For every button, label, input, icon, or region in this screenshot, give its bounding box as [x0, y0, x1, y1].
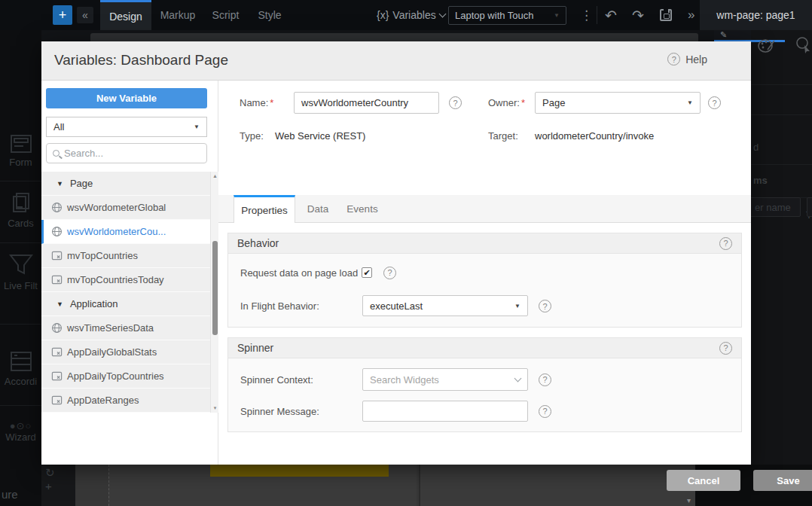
variable-row[interactable]: AppDailyTopCountries: [41, 364, 218, 389]
group-row-page[interactable]: ▼ Page: [41, 172, 218, 196]
search-input[interactable]: [64, 148, 185, 159]
spinner-context-select[interactable]: Search Widgets: [362, 368, 528, 391]
collapse-left-icon[interactable]: «: [77, 7, 93, 23]
variable-row[interactable]: wsvTimeSeriesData: [41, 316, 218, 340]
more-options-icon[interactable]: ⋮: [580, 0, 593, 30]
tab-markup[interactable]: Markup: [154, 0, 201, 30]
canvas-right-panel: [419, 465, 695, 506]
owner-label: Owner:*: [488, 97, 525, 108]
web-service-icon: [51, 202, 63, 213]
variable-label: wsvTimeSeriesData: [67, 322, 154, 334]
inflight-select[interactable]: executeLast ▼: [362, 295, 528, 316]
palette-item-label: Accordi: [5, 376, 37, 387]
tab-design[interactable]: Design: [100, 0, 151, 30]
device-preview-select[interactable]: Laptop with Touch ▼: [448, 6, 566, 25]
variable-name-input[interactable]: [294, 92, 439, 114]
help-label: Help: [685, 53, 707, 66]
select-arrow-icon: ▼: [554, 12, 560, 19]
list-scrollbar[interactable]: ▲ ▾: [210, 172, 218, 413]
behavior-title: Behavior: [237, 237, 279, 249]
refresh-add-icons[interactable]: ↻ +: [45, 466, 75, 492]
cancel-button[interactable]: Cancel: [667, 470, 740, 491]
add-icon[interactable]: +: [53, 5, 72, 25]
variable-search[interactable]: [46, 143, 207, 163]
variable-row[interactable]: AppDailyGlobalStats: [41, 340, 218, 364]
tab-script[interactable]: Script: [205, 0, 246, 30]
pencil-icon: ✎: [720, 30, 727, 39]
canvas-highlighted-widget: [210, 465, 389, 477]
accordion-icon: [9, 350, 33, 373]
name-help-icon[interactable]: ?: [449, 96, 462, 109]
request-data-checkbox[interactable]: ✔: [362, 267, 372, 278]
palette-separator: [0, 242, 41, 243]
variables-menu[interactable]: {x} Variables: [377, 0, 445, 30]
spinner-message-row: Spinner Message: ?: [228, 401, 743, 422]
scrollbar-thumb[interactable]: [212, 241, 218, 335]
variable-label: mvTopCountriesToday: [67, 274, 164, 285]
undo-icon[interactable]: ↶: [605, 0, 617, 30]
widget-palette-rail: Form Cards Live Filt Ac: [0, 30, 41, 506]
tab-events[interactable]: Events: [340, 195, 384, 223]
variable-filter-select[interactable]: All ▼: [46, 117, 207, 137]
filter-funnel-icon: [8, 253, 34, 277]
tab-style[interactable]: Style: [250, 0, 289, 30]
form-icon: [10, 134, 32, 154]
variable-row-selected[interactable]: wsvWorldometerCou...: [41, 220, 218, 244]
request-data-row: Request data on page load ✔ ?: [228, 265, 743, 280]
variable-row[interactable]: mvTopCountries: [41, 244, 218, 268]
group-row-application[interactable]: ▼ Application: [41, 292, 218, 316]
request-data-label: Request data on page load: [240, 267, 358, 279]
page-badge: wm-page: page1: [700, 0, 812, 30]
model-variable-icon: [51, 370, 63, 382]
new-variable-button[interactable]: New Variable: [46, 88, 207, 108]
rail-separator: [751, 114, 812, 115]
inspect-element-icon[interactable]: [795, 36, 811, 54]
tab-properties[interactable]: Properties: [234, 195, 295, 223]
redo-icon[interactable]: ↷: [632, 0, 644, 30]
owner-select[interactable]: Page ▼: [535, 92, 701, 114]
palette-item-live-filter[interactable]: Live Filt: [0, 253, 41, 291]
variable-row[interactable]: wsvWordometerGlobal: [41, 196, 218, 220]
variables-dialog: Variables: Dashboard Page ? Help New Var…: [41, 41, 751, 465]
scroll-down-icon[interactable]: ▾: [687, 496, 691, 504]
palette-item-cards[interactable]: Cards: [0, 192, 41, 229]
tab-data[interactable]: Data: [300, 195, 336, 223]
spinner-context-help-icon[interactable]: ?: [539, 373, 551, 386]
spinner-message-input[interactable]: [362, 401, 528, 422]
caret-down-icon: ▼: [56, 300, 63, 308]
inflight-help-icon[interactable]: ?: [539, 300, 551, 312]
detail-tabs: Properties Data Events: [218, 195, 751, 223]
target-label: Target:: [488, 130, 518, 142]
cut-off-label: ure: [2, 488, 18, 501]
caret-down-icon: ▼: [56, 180, 63, 187]
save-button[interactable]: Save: [753, 470, 812, 491]
behavior-help-icon[interactable]: ?: [719, 237, 732, 250]
palette-item-label: Live Filt: [4, 280, 38, 291]
variable-row[interactable]: AppDateRanges: [41, 389, 218, 413]
spinner-message-help-icon[interactable]: ?: [539, 405, 551, 418]
dialog-title: Variables: Dashboard Page: [54, 52, 228, 69]
theme-palette-icon[interactable]: [757, 38, 775, 54]
help-button[interactable]: ? Help: [667, 53, 707, 66]
chevron-down-icon: [438, 10, 446, 17]
expand-right-icon[interactable]: »: [688, 0, 694, 30]
wavemaker-studio-screen: + « Design Markup Script Style {x} Varia…: [0, 0, 812, 506]
variable-row[interactable]: mvTopCountriesToday: [41, 268, 218, 292]
page-canvas[interactable]: ▾: [75, 465, 729, 506]
cards-icon: [11, 192, 32, 215]
partial-input[interactable]: er name: [749, 197, 801, 217]
right-properties-rail: d ms T er name: [751, 30, 812, 506]
palette-item-accordion[interactable]: Accordi: [0, 350, 41, 387]
web-service-icon: [51, 322, 63, 334]
partial-input[interactable]: [807, 197, 812, 217]
save-icon[interactable]: [660, 9, 672, 21]
device-select-value: Laptop with Touch: [455, 10, 534, 21]
palette-item-wizard[interactable]: ●⊙○ Wizard: [0, 420, 41, 443]
request-data-help-icon[interactable]: ?: [383, 267, 396, 279]
variable-label: wsvWorldometerCou...: [67, 226, 166, 237]
palette-item-form[interactable]: Form: [0, 134, 41, 168]
model-variable-icon: [51, 274, 63, 285]
select-arrow-icon: ▼: [687, 99, 693, 106]
spinner-help-icon[interactable]: ?: [719, 342, 732, 355]
owner-help-icon[interactable]: ?: [708, 96, 721, 109]
